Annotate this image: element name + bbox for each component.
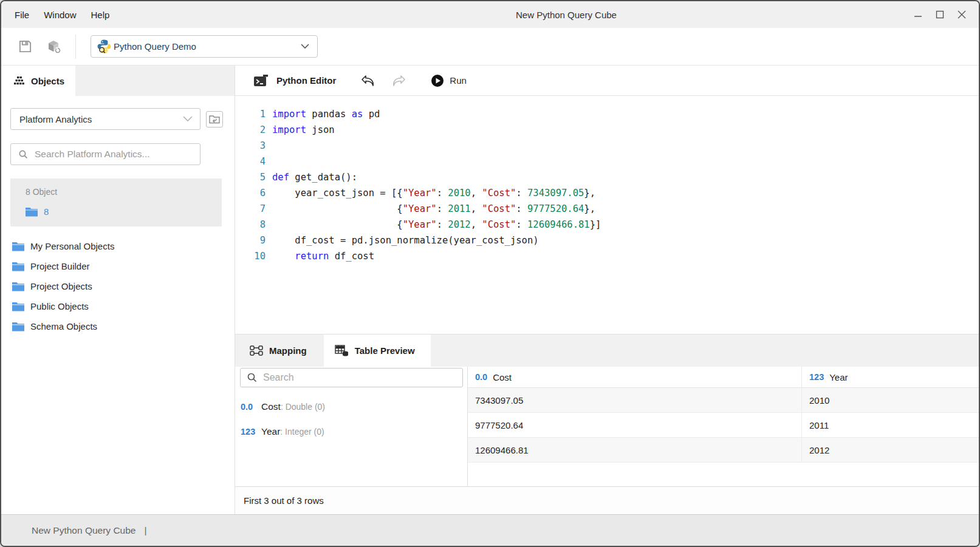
line-number: 6 — [235, 185, 266, 201]
table-body: 7343097.0520109777520.64201112609466.812… — [468, 388, 979, 463]
search-icon — [247, 372, 258, 383]
field-name: Year — [261, 426, 280, 437]
toolbar: Python Query Demo — [1, 28, 979, 66]
code-line[interactable]: 5def get_data(): — [235, 169, 979, 185]
code-text — [266, 138, 272, 154]
folder-item-label: Schema Objects — [30, 321, 97, 331]
field-type-suffix: : Double (0) — [281, 402, 325, 412]
sidebar-folder-item[interactable]: Public Objects — [1, 296, 235, 316]
field-name: Cost — [261, 401, 281, 412]
dataset-name: Python Query Demo — [114, 41, 196, 52]
title-bar: FileWindowHelp New Python Query Cube — [1, 1, 979, 28]
code-line[interactable]: 1import pandas as pd — [235, 106, 979, 122]
fields-search-input[interactable] — [263, 372, 456, 383]
status-text: New Python Query Cube — [32, 525, 135, 536]
window-controls — [911, 7, 979, 22]
sidebar-folder-item[interactable]: Project Objects — [1, 276, 235, 296]
sidebar-folder-item[interactable]: Project Builder — [1, 256, 235, 276]
table-column-header[interactable]: 123Year — [802, 367, 979, 387]
code-line[interactable]: 8 {"Year": 2012, "Cost": 12609466.81}] — [235, 217, 979, 233]
redo-button[interactable] — [389, 72, 408, 90]
code-text: year_cost_json = [{"Year": 2010, "Cost":… — [266, 185, 595, 201]
window-title: New Python Query Cube — [516, 10, 617, 20]
sidebar-search-input[interactable] — [35, 149, 194, 160]
sidebar-folder-item[interactable]: My Personal Objects — [1, 236, 235, 256]
line-number: 5 — [235, 169, 266, 185]
save-button[interactable] — [16, 38, 34, 56]
sidebar-search[interactable] — [10, 143, 200, 165]
menu-bar: FileWindowHelp — [1, 10, 117, 20]
folder-icon — [12, 242, 24, 251]
undo-button[interactable] — [359, 72, 377, 90]
run-button[interactable]: Run — [431, 74, 467, 87]
table-cell: 12609466.81 — [468, 438, 802, 462]
tab-mapping-label: Mapping — [269, 345, 307, 356]
line-number: 2 — [235, 122, 266, 138]
editor-header: Python Editor Run — [235, 66, 979, 96]
code-line[interactable]: 3 — [235, 138, 979, 154]
status-bar: New Python Query Cube | — [1, 514, 979, 546]
folder-up-icon — [209, 115, 220, 124]
column-type-badge: 123 — [809, 372, 824, 382]
table-cell: 9777520.64 — [468, 413, 802, 437]
dataset-dropdown[interactable]: Python Query Demo — [91, 35, 318, 58]
toolbar-separator — [75, 35, 76, 59]
folder-up-button[interactable] — [206, 111, 223, 127]
table-row[interactable]: 9777520.642011 — [468, 413, 979, 438]
menu-file[interactable]: File — [7, 10, 36, 20]
code-line[interactable]: 9 df_cost = pd.json_normalize(year_cost_… — [235, 233, 979, 248]
folder-icon — [12, 262, 24, 271]
menu-help[interactable]: Help — [84, 10, 117, 20]
table-row[interactable]: 7343097.052010 — [468, 388, 979, 413]
close-icon — [958, 10, 966, 19]
objects-icon — [13, 76, 26, 86]
close-button[interactable] — [954, 7, 969, 22]
field-item[interactable]: 123Year: Integer (0) — [241, 426, 467, 437]
folder-icon — [12, 322, 24, 331]
menu-window[interactable]: Window — [36, 10, 83, 20]
python-icon — [97, 39, 112, 54]
code-line[interactable]: 7 {"Year": 2011, "Cost": 9777520.64}, — [235, 201, 979, 217]
table-preview-panel: 0.0Cost123Year 7343097.0520109777520.642… — [468, 367, 979, 486]
status-separator: | — [144, 525, 146, 536]
folder-list: My Personal ObjectsProject BuilderProjec… — [1, 236, 235, 336]
bottom-panel: 0.0Cost: Double (0)123Year: Integer (0) … — [235, 367, 979, 486]
tab-mapping[interactable]: Mapping — [235, 335, 324, 367]
tab-table-preview[interactable]: Table Preview — [324, 335, 431, 367]
app-window: FileWindowHelp New Python Query Cube — [0, 0, 980, 547]
sidebar-folder-item[interactable]: Schema Objects — [1, 316, 235, 336]
field-type-badge: 0.0 — [241, 402, 261, 412]
save-icon — [18, 39, 32, 53]
maximize-button[interactable] — [933, 7, 947, 22]
code-line[interactable]: 6 year_cost_json = [{"Year": 2010, "Cost… — [235, 185, 979, 201]
table-cell: 7343097.05 — [468, 388, 802, 412]
objects-group-folder[interactable]: 8 — [26, 206, 222, 217]
table-column-header[interactable]: 0.0Cost — [468, 367, 802, 387]
undo-icon — [360, 75, 376, 87]
code-line[interactable]: 2import json — [235, 122, 979, 138]
table-row[interactable]: 12609466.812012 — [468, 438, 979, 463]
code-text: {"Year": 2012, "Cost": 12609466.81}] — [266, 217, 601, 233]
table-cell: 2010 — [802, 388, 979, 412]
folder-icon — [12, 302, 24, 311]
bottom-tab-strip: Mapping — [235, 334, 979, 367]
fields-panel: 0.0Cost: Double (0)123Year: Integer (0) — [235, 367, 468, 486]
code-editor[interactable]: 1import pandas as pd2import json345def g… — [235, 96, 979, 334]
run-button-label: Run — [450, 75, 467, 86]
folder-icon — [26, 207, 38, 217]
code-line[interactable]: 4 — [235, 154, 979, 169]
sidebar: Objects Platform Analytics — [1, 66, 235, 514]
refresh-cube-button[interactable] — [45, 38, 63, 56]
minimize-button[interactable] — [911, 7, 925, 22]
code-line[interactable]: 10 return df_cost — [235, 248, 979, 264]
maximize-icon — [936, 10, 944, 19]
project-select[interactable]: Platform Analytics — [10, 108, 200, 130]
chevron-down-icon — [301, 44, 309, 49]
run-icon — [431, 74, 444, 87]
fields-search[interactable] — [240, 368, 463, 387]
line-number: 4 — [235, 154, 266, 169]
field-item[interactable]: 0.0Cost: Double (0) — [241, 401, 467, 412]
redo-icon — [391, 75, 406, 87]
tab-objects[interactable]: Objects — [1, 66, 75, 96]
tab-table-preview-label: Table Preview — [355, 345, 415, 356]
